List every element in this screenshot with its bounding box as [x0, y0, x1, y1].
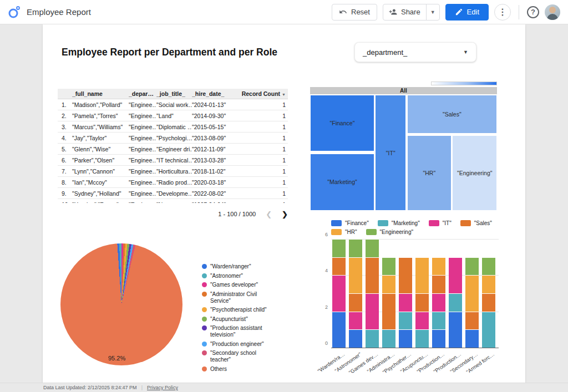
treemap-cell[interactable]: "Sales"	[407, 95, 497, 134]
bar-segment[interactable]	[332, 312, 346, 348]
pie-chart[interactable]	[60, 243, 182, 365]
bar-stack[interactable]	[382, 257, 395, 348]
bar-segment[interactable]	[415, 312, 429, 330]
bar-segment[interactable]	[382, 293, 395, 329]
bar-segment[interactable]	[332, 275, 346, 311]
bar-legend-item[interactable]: "HR"	[331, 229, 357, 235]
bar-segment[interactable]	[482, 293, 495, 312]
more-options-button[interactable]: ⋮	[494, 4, 511, 21]
treemap-cell[interactable]: "Engineering"	[452, 135, 497, 211]
table-row[interactable]: 3."Marcus","Williams""Enginee…"Diplomati…	[58, 121, 288, 133]
table-row[interactable]: 2."Pamela","Torres""Enginee…"Land""2014-…	[58, 110, 288, 121]
treemap-cell[interactable]: "IT"	[375, 95, 406, 211]
pagination-next-icon[interactable]: ❯	[282, 210, 288, 218]
table-row[interactable]: 4."Jay","Taylor""Enginee…"Psychologi…"20…	[58, 133, 288, 144]
table-row[interactable]: 1."Madison","Pollard""Enginee…"Social wo…	[58, 99, 288, 110]
bar-segment[interactable]	[449, 312, 462, 348]
bar-segment[interactable]	[399, 329, 412, 348]
bar-segment[interactable]	[415, 329, 429, 348]
reset-button[interactable]: Reset	[332, 4, 377, 21]
bar-segment[interactable]	[482, 275, 495, 293]
bar-segment[interactable]	[465, 257, 479, 276]
treemap-root-band[interactable]: All	[310, 87, 497, 94]
privacy-policy-link[interactable]: Privacy Policy	[147, 385, 178, 390]
pie-legend-item[interactable]: "Warden/ranger"	[202, 263, 273, 270]
treemap-cell[interactable]: "Marketing"	[310, 154, 374, 211]
bar-legend-item[interactable]: "Finance"	[331, 220, 369, 226]
bar-segment[interactable]	[366, 293, 379, 329]
bar-segment[interactable]	[366, 239, 379, 257]
table-header-record-count[interactable]: Record Count▼	[240, 90, 288, 97]
bar-stack[interactable]	[432, 257, 445, 348]
bar-stack[interactable]	[332, 239, 346, 348]
bar-segment[interactable]	[415, 257, 429, 293]
user-avatar[interactable]	[545, 4, 560, 20]
table-header-job-title[interactable]: _job_title_	[156, 90, 192, 97]
bar-segment[interactable]	[465, 329, 479, 348]
bar-segment[interactable]	[349, 239, 362, 257]
pie-legend-item[interactable]: "Games developer"	[202, 282, 273, 288]
bar-stack[interactable]	[449, 257, 462, 348]
pie-legend-item[interactable]: "Acupuncturist"	[202, 316, 273, 323]
bar-stack[interactable]	[349, 239, 362, 348]
bar-segment[interactable]	[432, 329, 445, 348]
treemap-cell[interactable]: "HR"	[407, 135, 452, 211]
bar-segment[interactable]	[432, 293, 445, 312]
bar-stack[interactable]	[482, 257, 495, 348]
bar-segment[interactable]	[465, 275, 479, 311]
pie-legend-item[interactable]: "Production engineer"	[202, 341, 273, 348]
table-header-department[interactable]: _depar…	[129, 90, 156, 97]
table-row[interactable]: 5."Glenn","Wise""Enginee…"Engineer dri…"…	[58, 144, 288, 155]
bar-segment[interactable]	[482, 257, 495, 276]
bar-segment[interactable]	[332, 257, 346, 276]
table-row[interactable]: 6."Parker","Olsen""Enginee…"IT technical…	[58, 155, 288, 166]
share-dropdown-caret[interactable]: ▼	[426, 4, 439, 20]
pie-legend-item[interactable]: "Secondary school teacher"	[202, 350, 273, 363]
pie-legend-item[interactable]: "Administrator Civil Service"	[202, 291, 273, 304]
bar-segment[interactable]	[432, 312, 445, 330]
bar-segment[interactable]	[399, 257, 412, 293]
bar-segment[interactable]	[382, 329, 395, 348]
bar-segment[interactable]	[349, 312, 362, 330]
bar-segment[interactable]	[449, 293, 462, 312]
bar-segment[interactable]	[366, 329, 379, 348]
table-row[interactable]: 9."Sydney","Holland""Enginee…"Developme……	[58, 188, 288, 199]
bar-segment[interactable]	[382, 257, 395, 276]
bar-segment[interactable]	[399, 312, 412, 330]
pie-legend-item[interactable]: "Psychotherapist child"	[202, 307, 273, 313]
bar-legend-item[interactable]: "Engineering"	[366, 229, 413, 235]
pie-legend-item[interactable]: "Production assistant television"	[202, 325, 273, 338]
bar-stack[interactable]	[399, 257, 412, 348]
share-button[interactable]: Share	[383, 4, 426, 20]
bar-segment[interactable]	[449, 257, 462, 293]
bar-segment[interactable]	[366, 257, 379, 293]
bar-segment[interactable]	[482, 312, 495, 348]
pagination-prev-icon[interactable]: ❮	[266, 210, 272, 218]
edit-button[interactable]: Edit	[445, 4, 489, 21]
bar-segment[interactable]	[349, 257, 362, 293]
table-header-full-name[interactable]: _full_name	[72, 90, 129, 97]
treemap-cell[interactable]: "Finance"	[310, 95, 374, 151]
pie-legend-item[interactable]: Others	[202, 366, 273, 373]
table-row[interactable]: 7."Lynn","Cannon""Enginee…"Horticultura……	[58, 166, 288, 177]
bar-legend-item[interactable]: "Marketing"	[378, 220, 420, 226]
bar-segment[interactable]	[349, 329, 362, 348]
bar-segment[interactable]	[432, 257, 445, 276]
pie-legend-item[interactable]: "Astronomer"	[202, 273, 273, 279]
bar-segment[interactable]	[349, 293, 362, 312]
department-filter-dropdown[interactable]: _department_ ▼	[354, 42, 476, 62]
table-header-hire-date[interactable]: _hire_date_	[192, 90, 240, 97]
bar-segment[interactable]	[415, 293, 429, 312]
bar-segment[interactable]	[382, 275, 395, 293]
help-icon[interactable]: ?	[527, 6, 539, 18]
bar-legend-item[interactable]: "IT"	[429, 220, 452, 226]
bar-stack[interactable]	[366, 239, 379, 348]
bar-segment[interactable]	[465, 312, 479, 330]
bar-legend-item[interactable]: "Sales"	[460, 220, 492, 226]
bar-stack[interactable]	[415, 257, 429, 348]
table-row[interactable]: 10."Hayden","Reyes""Enginee…"N…"1997-04-…	[58, 199, 288, 203]
bar-segment[interactable]	[399, 293, 412, 312]
bar-stack[interactable]	[465, 257, 479, 348]
bar-segment[interactable]	[332, 239, 346, 257]
bar-segment[interactable]	[432, 275, 445, 293]
